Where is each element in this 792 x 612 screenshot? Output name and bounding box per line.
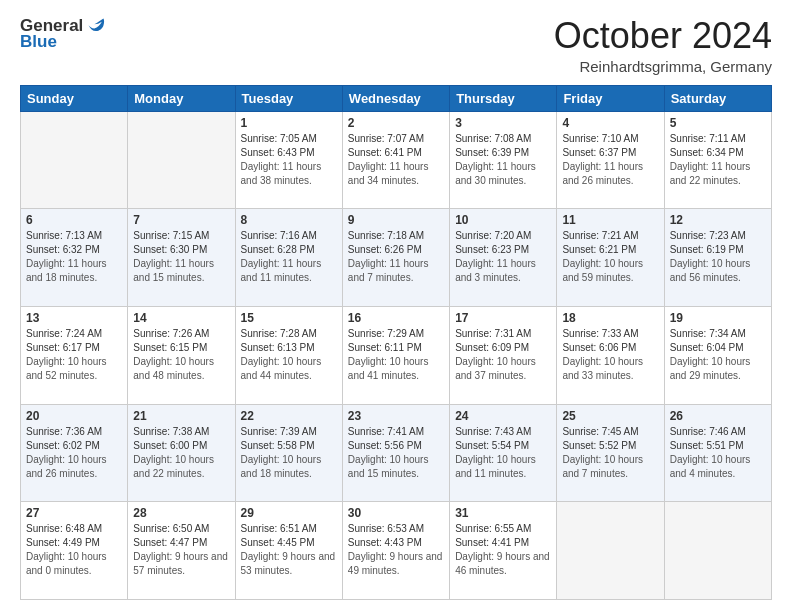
daylight-info: Daylight: 9 hours and 53 minutes. — [241, 551, 336, 576]
calendar-cell: 7Sunrise: 7:15 AMSunset: 6:30 PMDaylight… — [128, 209, 235, 307]
day-number: 23 — [348, 409, 444, 423]
day-number: 17 — [455, 311, 551, 325]
calendar-cell — [128, 111, 235, 209]
day-number: 26 — [670, 409, 766, 423]
day-number: 1 — [241, 116, 337, 130]
calendar-cell: 12Sunrise: 7:23 AMSunset: 6:19 PMDayligh… — [664, 209, 771, 307]
weekday-header-friday: Friday — [557, 85, 664, 111]
day-info: Sunrise: 7:20 AMSunset: 6:23 PMDaylight:… — [455, 229, 551, 285]
daylight-info: Daylight: 10 hours and 56 minutes. — [670, 258, 751, 283]
day-number: 3 — [455, 116, 551, 130]
day-info: Sunrise: 7:28 AMSunset: 6:13 PMDaylight:… — [241, 327, 337, 383]
calendar-cell: 29Sunrise: 6:51 AMSunset: 4:45 PMDayligh… — [235, 502, 342, 600]
day-number: 11 — [562, 213, 658, 227]
daylight-info: Daylight: 10 hours and 18 minutes. — [241, 454, 322, 479]
daylight-info: Daylight: 10 hours and 0 minutes. — [26, 551, 107, 576]
day-number: 13 — [26, 311, 122, 325]
day-info: Sunrise: 7:26 AMSunset: 6:15 PMDaylight:… — [133, 327, 229, 383]
weekday-header-saturday: Saturday — [664, 85, 771, 111]
location: Reinhardtsgrimma, Germany — [554, 58, 772, 75]
day-info: Sunrise: 7:15 AMSunset: 6:30 PMDaylight:… — [133, 229, 229, 285]
daylight-info: Daylight: 10 hours and 7 minutes. — [562, 454, 643, 479]
calendar-cell — [557, 502, 664, 600]
day-info: Sunrise: 7:41 AMSunset: 5:56 PMDaylight:… — [348, 425, 444, 481]
calendar-cell: 13Sunrise: 7:24 AMSunset: 6:17 PMDayligh… — [21, 306, 128, 404]
calendar-cell: 14Sunrise: 7:26 AMSunset: 6:15 PMDayligh… — [128, 306, 235, 404]
day-info: Sunrise: 7:07 AMSunset: 6:41 PMDaylight:… — [348, 132, 444, 188]
daylight-info: Daylight: 11 hours and 22 minutes. — [670, 161, 751, 186]
day-number: 22 — [241, 409, 337, 423]
daylight-info: Daylight: 10 hours and 41 minutes. — [348, 356, 429, 381]
day-number: 18 — [562, 311, 658, 325]
calendar-cell — [21, 111, 128, 209]
calendar-cell: 20Sunrise: 7:36 AMSunset: 6:02 PMDayligh… — [21, 404, 128, 502]
daylight-info: Daylight: 10 hours and 29 minutes. — [670, 356, 751, 381]
day-number: 15 — [241, 311, 337, 325]
day-info: Sunrise: 7:08 AMSunset: 6:39 PMDaylight:… — [455, 132, 551, 188]
calendar-cell: 11Sunrise: 7:21 AMSunset: 6:21 PMDayligh… — [557, 209, 664, 307]
day-number: 20 — [26, 409, 122, 423]
daylight-info: Daylight: 10 hours and 59 minutes. — [562, 258, 643, 283]
day-number: 7 — [133, 213, 229, 227]
calendar-cell: 24Sunrise: 7:43 AMSunset: 5:54 PMDayligh… — [450, 404, 557, 502]
day-info: Sunrise: 7:31 AMSunset: 6:09 PMDaylight:… — [455, 327, 551, 383]
day-info: Sunrise: 6:50 AMSunset: 4:47 PMDaylight:… — [133, 522, 229, 578]
day-info: Sunrise: 7:36 AMSunset: 6:02 PMDaylight:… — [26, 425, 122, 481]
calendar-header-row: SundayMondayTuesdayWednesdayThursdayFrid… — [21, 85, 772, 111]
day-info: Sunrise: 6:55 AMSunset: 4:41 PMDaylight:… — [455, 522, 551, 578]
calendar-cell: 16Sunrise: 7:29 AMSunset: 6:11 PMDayligh… — [342, 306, 449, 404]
day-number: 16 — [348, 311, 444, 325]
day-info: Sunrise: 7:10 AMSunset: 6:37 PMDaylight:… — [562, 132, 658, 188]
day-number: 6 — [26, 213, 122, 227]
day-number: 29 — [241, 506, 337, 520]
day-info: Sunrise: 6:51 AMSunset: 4:45 PMDaylight:… — [241, 522, 337, 578]
calendar-cell: 28Sunrise: 6:50 AMSunset: 4:47 PMDayligh… — [128, 502, 235, 600]
daylight-info: Daylight: 11 hours and 30 minutes. — [455, 161, 536, 186]
daylight-info: Daylight: 11 hours and 7 minutes. — [348, 258, 429, 283]
calendar-cell: 21Sunrise: 7:38 AMSunset: 6:00 PMDayligh… — [128, 404, 235, 502]
day-info: Sunrise: 7:33 AMSunset: 6:06 PMDaylight:… — [562, 327, 658, 383]
calendar-cell: 6Sunrise: 7:13 AMSunset: 6:32 PMDaylight… — [21, 209, 128, 307]
calendar-cell: 19Sunrise: 7:34 AMSunset: 6:04 PMDayligh… — [664, 306, 771, 404]
daylight-info: Daylight: 10 hours and 26 minutes. — [26, 454, 107, 479]
daylight-info: Daylight: 10 hours and 44 minutes. — [241, 356, 322, 381]
day-info: Sunrise: 7:16 AMSunset: 6:28 PMDaylight:… — [241, 229, 337, 285]
logo: General Blue — [20, 16, 106, 52]
calendar-cell: 10Sunrise: 7:20 AMSunset: 6:23 PMDayligh… — [450, 209, 557, 307]
day-number: 24 — [455, 409, 551, 423]
daylight-info: Daylight: 10 hours and 52 minutes. — [26, 356, 107, 381]
daylight-info: Daylight: 9 hours and 57 minutes. — [133, 551, 228, 576]
day-info: Sunrise: 7:46 AMSunset: 5:51 PMDaylight:… — [670, 425, 766, 481]
day-info: Sunrise: 7:38 AMSunset: 6:00 PMDaylight:… — [133, 425, 229, 481]
day-info: Sunrise: 7:24 AMSunset: 6:17 PMDaylight:… — [26, 327, 122, 383]
daylight-info: Daylight: 10 hours and 4 minutes. — [670, 454, 751, 479]
daylight-info: Daylight: 11 hours and 26 minutes. — [562, 161, 643, 186]
day-number: 5 — [670, 116, 766, 130]
day-number: 10 — [455, 213, 551, 227]
calendar-cell: 23Sunrise: 7:41 AMSunset: 5:56 PMDayligh… — [342, 404, 449, 502]
calendar-cell: 25Sunrise: 7:45 AMSunset: 5:52 PMDayligh… — [557, 404, 664, 502]
day-info: Sunrise: 7:23 AMSunset: 6:19 PMDaylight:… — [670, 229, 766, 285]
daylight-info: Daylight: 10 hours and 11 minutes. — [455, 454, 536, 479]
daylight-info: Daylight: 9 hours and 49 minutes. — [348, 551, 443, 576]
calendar-week-row: 13Sunrise: 7:24 AMSunset: 6:17 PMDayligh… — [21, 306, 772, 404]
day-number: 28 — [133, 506, 229, 520]
day-info: Sunrise: 7:05 AMSunset: 6:43 PMDaylight:… — [241, 132, 337, 188]
calendar-cell: 2Sunrise: 7:07 AMSunset: 6:41 PMDaylight… — [342, 111, 449, 209]
day-number: 27 — [26, 506, 122, 520]
day-info: Sunrise: 7:11 AMSunset: 6:34 PMDaylight:… — [670, 132, 766, 188]
calendar-cell: 22Sunrise: 7:39 AMSunset: 5:58 PMDayligh… — [235, 404, 342, 502]
day-number: 14 — [133, 311, 229, 325]
calendar-cell: 3Sunrise: 7:08 AMSunset: 6:39 PMDaylight… — [450, 111, 557, 209]
weekday-header-sunday: Sunday — [21, 85, 128, 111]
daylight-info: Daylight: 9 hours and 46 minutes. — [455, 551, 550, 576]
calendar-cell: 15Sunrise: 7:28 AMSunset: 6:13 PMDayligh… — [235, 306, 342, 404]
calendar-week-row: 20Sunrise: 7:36 AMSunset: 6:02 PMDayligh… — [21, 404, 772, 502]
header: General Blue October 2024 Reinhardtsgrim… — [20, 16, 772, 75]
day-info: Sunrise: 6:53 AMSunset: 4:43 PMDaylight:… — [348, 522, 444, 578]
calendar-cell: 26Sunrise: 7:46 AMSunset: 5:51 PMDayligh… — [664, 404, 771, 502]
page: General Blue October 2024 Reinhardtsgrim… — [0, 0, 792, 612]
day-number: 8 — [241, 213, 337, 227]
calendar-cell: 31Sunrise: 6:55 AMSunset: 4:41 PMDayligh… — [450, 502, 557, 600]
calendar-cell: 17Sunrise: 7:31 AMSunset: 6:09 PMDayligh… — [450, 306, 557, 404]
